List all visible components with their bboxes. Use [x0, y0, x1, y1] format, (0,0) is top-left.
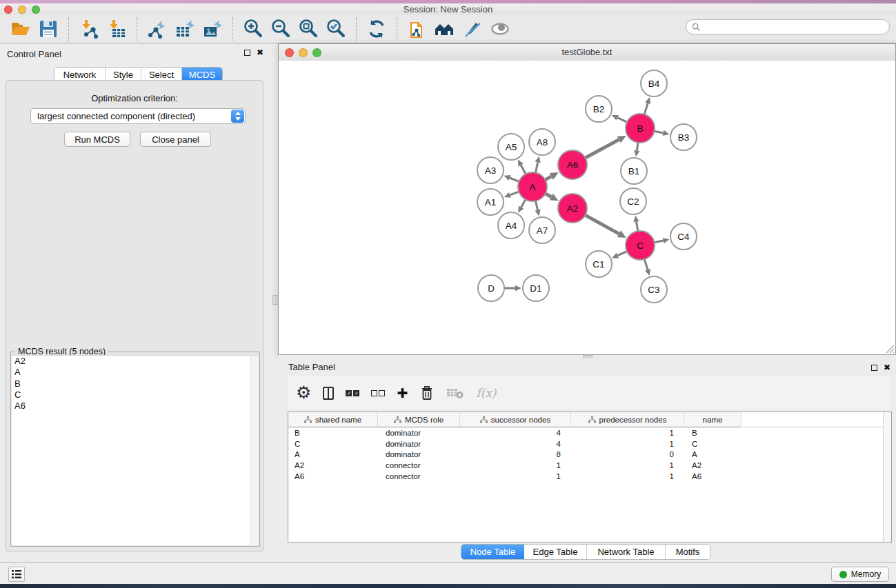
network-window-titlebar[interactable]: testGlobe.txt	[279, 44, 895, 61]
table-scrollbar[interactable]	[883, 412, 891, 542]
graph-edge-C-C4[interactable]	[655, 241, 664, 243]
graph-edge-C-C1[interactable]	[617, 252, 626, 256]
export-image-icon[interactable]	[201, 17, 224, 41]
tab-motifs[interactable]: Motifs	[666, 545, 710, 559]
graph-edge-B-B3[interactable]	[655, 131, 664, 133]
graph-edge-B-B1[interactable]	[637, 143, 638, 151]
import-network-icon[interactable]	[77, 17, 101, 41]
cell-mcds-role[interactable]: dominator	[378, 449, 460, 460]
cell-predecessor-nodes[interactable]: 1	[571, 471, 684, 482]
cell-shared-name[interactable]: C	[288, 438, 378, 449]
memory-button[interactable]: Memory	[831, 567, 889, 582]
export-table-icon[interactable]	[173, 17, 197, 41]
cell-mcds-role[interactable]: connector	[378, 460, 460, 471]
tab-mcds[interactable]: MCDS	[182, 68, 222, 81]
search-input[interactable]	[704, 21, 889, 32]
float-panel-icon[interactable]	[871, 365, 877, 371]
graph-edge-A-A1[interactable]	[510, 192, 519, 195]
cell-predecessor-nodes[interactable]: 0	[571, 449, 684, 460]
cell-shared-name[interactable]: A2	[288, 460, 378, 471]
cell-name[interactable]: A	[684, 449, 741, 460]
select-all-columns-icon[interactable]: ✓✓	[346, 383, 359, 403]
cell-successor-nodes[interactable]: 1	[460, 471, 571, 482]
cell-name[interactable]: A2	[684, 460, 741, 471]
graph-edge-A-A8[interactable]	[535, 162, 537, 172]
graph-edge-A-A4[interactable]	[521, 199, 526, 207]
dropdown-stepper-icon[interactable]	[231, 110, 244, 123]
zoom-out-icon[interactable]	[269, 17, 292, 41]
tab-node-table[interactable]: Node Table	[461, 545, 524, 559]
unselect-all-columns-icon[interactable]	[371, 383, 385, 403]
cell-predecessor-nodes[interactable]: 1	[571, 427, 684, 438]
export-network-icon[interactable]	[146, 17, 169, 41]
refresh-view-icon[interactable]	[365, 17, 388, 41]
graph-edge-B-B2[interactable]	[617, 118, 627, 122]
result-scrollbar[interactable]	[250, 356, 259, 545]
table-row[interactable]: A dominator 8 0 A	[288, 449, 891, 460]
network-graph[interactable]: B4B2BB3A8A5A6A3B1AA1C2A2A4A7C4CC1C3DD1	[279, 61, 895, 354]
save-session-icon[interactable]	[37, 17, 60, 41]
column-header-shared-name[interactable]: shared name	[288, 412, 378, 427]
table-row[interactable]: B dominator 4 1 B	[288, 427, 891, 438]
tab-network-table[interactable]: Network Table	[587, 545, 666, 559]
close-panel-button[interactable]: Close panel	[140, 132, 211, 147]
cell-mcds-role[interactable]: dominator	[378, 427, 460, 438]
result-list-item[interactable]: A2	[12, 356, 259, 367]
cell-predecessor-nodes[interactable]: 1	[571, 438, 684, 449]
cell-shared-name[interactable]: B	[288, 427, 378, 438]
result-list-item[interactable]: A6	[12, 401, 259, 412]
cell-shared-name[interactable]: A	[288, 449, 378, 460]
result-list-item[interactable]: C	[12, 389, 259, 401]
column-header-name[interactable]: name	[684, 412, 741, 427]
mcds-result-list[interactable]: A2 A B C A6	[12, 355, 259, 545]
tab-style[interactable]: Style	[106, 68, 141, 81]
result-list-item[interactable]: A	[12, 367, 259, 378]
graph-edge-A-A2[interactable]	[546, 194, 552, 197]
hide-annotations-icon[interactable]	[461, 17, 484, 41]
toggle-views-icon[interactable]	[488, 17, 512, 41]
cell-name[interactable]: B	[684, 427, 741, 438]
close-panel-icon[interactable]: ✖	[257, 49, 263, 56]
result-list-item[interactable]: B	[12, 378, 259, 389]
zoom-in-icon[interactable]	[241, 17, 265, 41]
graph-edge-C-C2[interactable]	[637, 222, 638, 232]
tab-network[interactable]: Network	[54, 68, 106, 81]
cell-mcds-role[interactable]: dominator	[378, 438, 460, 449]
column-header-predecessor-nodes[interactable]: predecessor nodes	[571, 412, 684, 427]
cell-successor-nodes[interactable]: 4	[460, 438, 571, 449]
function-builder-icon[interactable]: f(x)	[476, 383, 496, 403]
clone-network-icon[interactable]	[406, 17, 429, 41]
column-header-successor-nodes[interactable]: successor nodes	[460, 412, 571, 427]
cell-name[interactable]: A6	[684, 471, 741, 482]
import-table-icon[interactable]	[105, 17, 128, 41]
table-settings-gear-icon[interactable]: ⚙	[296, 383, 311, 403]
cell-name[interactable]: C	[684, 438, 741, 449]
graph-edge-A2-C[interactable]	[585, 215, 619, 234]
cell-successor-nodes[interactable]: 1	[460, 460, 571, 471]
cell-successor-nodes[interactable]: 4	[460, 427, 571, 438]
graph-edge-A6-B[interactable]	[585, 140, 619, 158]
search-field[interactable]	[686, 19, 890, 34]
zoom-selected-icon[interactable]	[324, 17, 348, 41]
cell-mcds-role[interactable]: connector	[378, 471, 460, 482]
zoom-fit-icon[interactable]	[297, 17, 320, 41]
network-canvas[interactable]: B4B2BB3A8A5A6A3B1AA1C2A2A4A7C4CC1C3DD1	[279, 61, 895, 354]
tab-edge-table[interactable]: Edge Table	[524, 545, 587, 559]
task-history-button[interactable]	[8, 567, 25, 582]
table-row[interactable]: C dominator 4 1 C	[288, 438, 891, 449]
cell-shared-name[interactable]: A6	[288, 471, 378, 482]
column-header-mcds-role[interactable]: MCDS role	[378, 412, 460, 427]
cell-predecessor-nodes[interactable]: 1	[571, 460, 684, 471]
close-panel-icon[interactable]: ✖	[884, 364, 890, 371]
float-panel-icon[interactable]	[244, 50, 250, 56]
session-titlebar[interactable]: Session: New Session	[0, 3, 896, 16]
create-column-icon[interactable]: ✚	[397, 383, 408, 403]
table-row[interactable]: A2 connector 1 1 A2	[288, 460, 891, 471]
tab-select[interactable]: Select	[141, 68, 182, 81]
show-columns-icon[interactable]	[323, 383, 334, 403]
cell-successor-nodes[interactable]: 8	[460, 449, 571, 460]
graph-edge-A-A7[interactable]	[536, 201, 538, 210]
graph-edge-B-B4[interactable]	[644, 103, 648, 114]
graph-edge-A-A6[interactable]	[545, 176, 551, 180]
open-session-icon[interactable]	[9, 17, 32, 41]
